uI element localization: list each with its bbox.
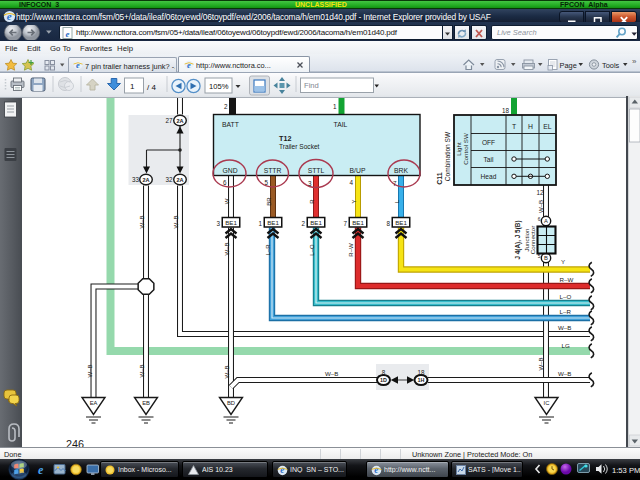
svg-text:W–B: W–B [87,364,93,377]
svg-text:W–B: W–B [173,215,179,228]
svg-text:Connector: Connector [529,226,536,255]
svg-text:EL: EL [543,123,552,130]
svg-text:W: W [224,198,230,204]
svg-text:e: e [374,465,378,475]
svg-text:R: R [309,199,315,204]
svg-text:8: 8 [382,369,386,376]
svg-text:1: 1 [258,220,262,227]
svg-text:1H: 1H [418,377,425,383]
svg-text:STTR: STTR [264,167,282,174]
svg-text:246: 246 [66,438,84,447]
svg-text:Y: Y [561,258,565,265]
svg-text:Head: Head [481,173,497,180]
svg-text:e: e [280,465,284,475]
svg-text:18: 18 [417,369,425,376]
svg-text:3: 3 [216,220,220,227]
svg-text:EA: EA [90,400,98,406]
svg-text:7: 7 [393,180,397,187]
svg-text:1D: 1D [380,377,387,383]
svg-text:32: 32 [165,176,173,183]
svg-text:3: 3 [308,180,312,187]
svg-text:T12: T12 [279,134,291,143]
svg-text:2A: 2A [176,177,183,183]
svg-text:1: 1 [333,103,337,110]
svg-text:1:53 PM: 1:53 PM [612,466,640,475]
svg-text:T: T [512,123,516,130]
svg-text:W–B: W–B [538,200,544,213]
svg-text:W–B: W–B [558,370,571,377]
svg-text:W–B: W–B [224,242,230,255]
svg-text:e: e [76,60,80,70]
svg-text:TAIL: TAIL [334,121,348,128]
svg-text:»: » [632,58,637,66]
svg-text:5: 5 [538,254,541,259]
svg-text:Control SW: Control SW [462,133,469,165]
svg-text:Tools: Tools [602,61,620,70]
svg-text:Y: Y [351,199,357,203]
svg-text:STTL: STTL [308,167,325,174]
svg-text:33: 33 [132,176,140,183]
svg-text:6: 6 [538,217,541,222]
svg-text:BRK: BRK [394,167,408,174]
svg-text:R–W: R–W [348,243,354,257]
svg-text:B/UP: B/UP [350,167,366,174]
svg-text:EB: EB [142,400,150,406]
svg-text:12: 12 [536,189,544,196]
svg-text:e: e [7,10,12,22]
svg-text:2: 2 [301,220,305,227]
svg-text:BE1: BE1 [395,219,407,226]
svg-text:e: e [66,29,70,39]
svg-text:6: 6 [223,179,227,186]
svg-text:18: 18 [502,107,510,114]
svg-text:2A: 2A [176,118,183,124]
svg-text:BE1: BE1 [225,219,237,226]
svg-text:L–O: L–O [560,293,572,300]
svg-text:Find: Find [304,81,319,90]
svg-text:H: H [528,123,533,130]
svg-text:IC: IC [544,400,550,406]
svg-text:LG: LG [562,342,570,349]
svg-text:2A: 2A [142,177,149,183]
svg-text:Tail: Tail [484,156,494,163]
svg-text:R–W: R–W [560,276,574,283]
svg-text:BR: BR [266,197,272,206]
svg-text:L–O: L–O [309,244,315,256]
svg-text:BATT: BATT [222,121,239,128]
svg-text:8: 8 [386,220,390,227]
svg-text:Combination SW: Combination SW [444,131,451,181]
svg-text:A: A [544,218,548,224]
svg-text:L–R: L–R [265,244,271,256]
svg-text:2: 2 [224,103,228,110]
svg-text:7: 7 [343,220,347,227]
svg-text:BD: BD [227,400,235,406]
svg-text:C11: C11 [436,172,443,185]
svg-text:27: 27 [165,117,173,124]
svg-text:Page: Page [560,61,577,70]
svg-text:GND: GND [222,167,237,174]
svg-text:J 4(A), J 5(B): J 4(A), J 5(B) [514,220,522,259]
svg-text:105%: 105% [209,82,229,91]
svg-text:W–B: W–B [139,364,145,377]
svg-text:4: 4 [349,179,353,186]
svg-text:e: e [38,463,44,476]
svg-text:BE1: BE1 [352,219,364,226]
svg-text:L–R: L–R [560,308,572,315]
svg-text:1: 1 [130,82,135,91]
svg-text:5: 5 [264,179,268,186]
svg-text:BE1: BE1 [267,219,279,226]
svg-text:W–B: W–B [325,370,338,377]
svg-text:B: B [544,255,548,261]
svg-text:/ 4: / 4 [147,83,156,92]
svg-text:W–B: W–B [224,365,230,378]
svg-text:BE1: BE1 [310,219,322,226]
svg-text:OFF: OFF [482,139,495,146]
svg-text:Light: Light [455,142,462,156]
svg-text:W–B: W–B [538,357,544,370]
svg-text:W–B: W–B [139,215,145,228]
svg-text:e: e [187,60,191,70]
svg-text:W–B: W–B [558,324,571,331]
svg-text:Trailer Socket: Trailer Socket [279,143,320,150]
